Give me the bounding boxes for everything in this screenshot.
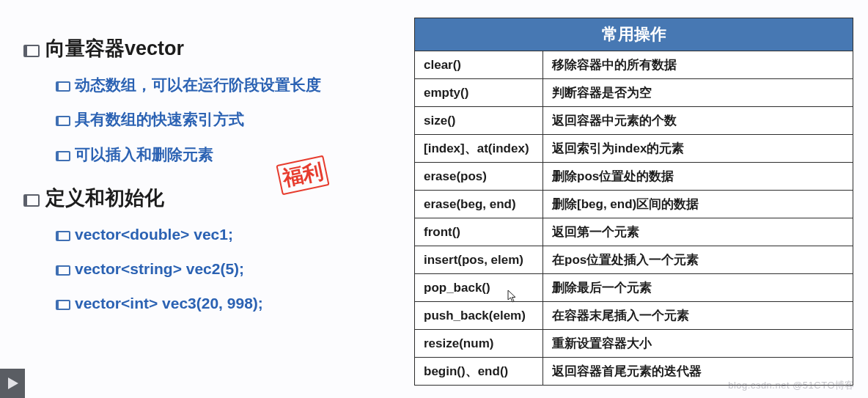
op-cell: push_back(elem): [415, 302, 543, 330]
list-item: vector<int> vec3(20, 998);: [56, 293, 407, 313]
table-header: 常用操作: [415, 18, 853, 51]
op-cell: begin()、end(): [415, 358, 543, 386]
list-item: vector<double> vec1;: [56, 224, 407, 244]
list-item-text: vector<double> vec1;: [75, 226, 233, 243]
table-row: erase(pos)删除pos位置处的数据: [415, 163, 853, 191]
section2-list: vector<double> vec1; vector<string> vec2…: [23, 224, 407, 314]
list-item: 动态数组，可以在运行阶段设置长度: [56, 75, 407, 95]
table-row: pop_back()删除最后一个元素: [415, 274, 853, 302]
sub-bullet-icon: [56, 299, 70, 309]
operations-table: 常用操作 clear()移除容器中的所有数据 empty()判断容器是否为空 s…: [414, 18, 853, 386]
desc-cell: 删除pos位置处的数据: [543, 163, 853, 191]
desc-cell: 返回索引为index的元素: [543, 135, 853, 163]
table-row: [index]、at(index)返回索引为index的元素: [415, 135, 853, 163]
table-row: erase(beg, end)删除[beg, end)区间的数据: [415, 191, 853, 218]
table-row: resize(num)重新设置容器大小: [415, 330, 853, 358]
list-item: 可以插入和删除元素: [56, 144, 407, 164]
sub-bullet-icon: [56, 265, 70, 275]
list-item-text: 动态数组，可以在运行阶段设置长度: [75, 76, 321, 93]
list-item-text: vector<string> vec2(5);: [75, 260, 244, 277]
table-row: front()返回第一个元素: [415, 218, 853, 246]
table-row: insert(pos, elem)在pos位置处插入一个元素: [415, 246, 853, 274]
op-cell: front(): [415, 218, 543, 246]
op-cell: pop_back(): [415, 274, 543, 302]
desc-cell: 移除容器中的所有数据: [543, 51, 853, 79]
desc-cell: 返回容器中元素的个数: [543, 107, 853, 135]
op-cell: erase(beg, end): [415, 191, 543, 218]
desc-cell: 在pos位置处插入一个元素: [543, 246, 853, 274]
right-column: 常用操作 clear()移除容器中的所有数据 empty()判断容器是否为空 s…: [414, 0, 868, 398]
desc-cell: 删除[beg, end)区间的数据: [543, 191, 853, 218]
sub-bullet-icon: [56, 150, 70, 161]
left-column: 向量容器vector 动态数组，可以在运行阶段设置长度 具有数组的快速索引方式 …: [0, 0, 414, 398]
desc-cell: 判断容器是否为空: [543, 79, 853, 107]
section1-list: 动态数组，可以在运行阶段设置长度 具有数组的快速索引方式 可以插入和删除元素: [23, 75, 407, 164]
op-cell: insert(pos, elem): [415, 246, 543, 274]
list-item-text: 可以插入和删除元素: [75, 146, 213, 163]
op-cell: [index]、at(index): [415, 135, 543, 163]
op-cell: clear(): [415, 51, 543, 79]
table-row: clear()移除容器中的所有数据: [415, 51, 853, 79]
desc-cell: 删除最后一个元素: [543, 274, 853, 302]
section1-title-text: 向量容器vector: [45, 37, 184, 59]
list-item: vector<string> vec2(5);: [56, 259, 407, 279]
watermark-text: blog.csdn.net @51CTO博客: [728, 379, 855, 392]
desc-cell: 重新设置容器大小: [543, 330, 853, 358]
list-item-text: vector<int> vec3(20, 998);: [75, 295, 263, 312]
op-cell: erase(pos): [415, 163, 543, 191]
play-button[interactable]: [0, 369, 25, 398]
desc-cell: 在容器末尾插入一个元素: [543, 302, 853, 330]
sub-bullet-icon: [56, 115, 70, 125]
slide-content: 向量容器vector 动态数组，可以在运行阶段设置长度 具有数组的快速索引方式 …: [0, 0, 868, 398]
table-row: size()返回容器中元素的个数: [415, 107, 853, 135]
op-cell: size(): [415, 107, 543, 135]
list-item-text: 具有数组的快速索引方式: [75, 111, 244, 128]
table-row: empty()判断容器是否为空: [415, 79, 853, 107]
table-row: push_back(elem)在容器末尾插入一个元素: [415, 302, 853, 330]
bullet-icon: [23, 43, 40, 56]
section1-heading: 向量容器vector: [23, 35, 407, 62]
op-cell: resize(num): [415, 330, 543, 358]
bullet-icon: [23, 193, 40, 206]
sub-bullet-icon: [56, 81, 70, 91]
op-cell: empty(): [415, 79, 543, 107]
desc-cell: 返回第一个元素: [543, 218, 853, 246]
section2-title-text: 定义和初始化: [45, 187, 164, 209]
section2-heading: 定义和初始化: [23, 185, 407, 211]
list-item: 具有数组的快速索引方式: [56, 109, 407, 129]
sub-bullet-icon: [56, 230, 70, 240]
table-body: clear()移除容器中的所有数据 empty()判断容器是否为空 size()…: [415, 51, 853, 386]
